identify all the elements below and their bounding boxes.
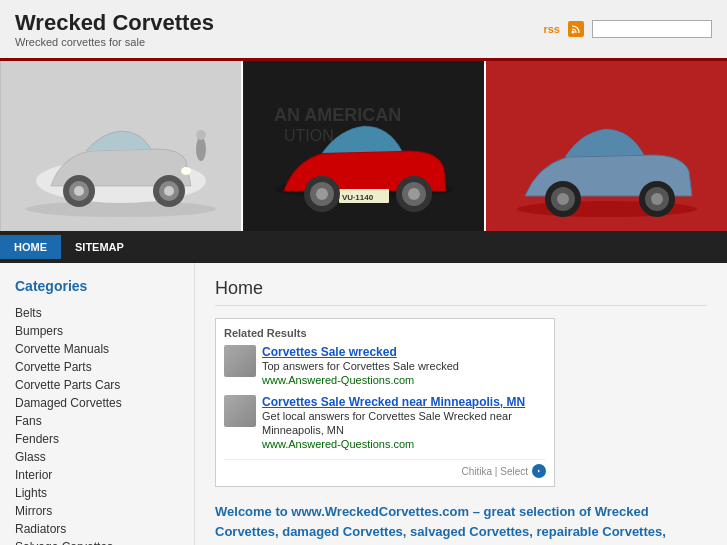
svg-point-32 [651,193,663,205]
ad-box-title: Related Results [224,327,546,339]
svg-text:VU·1140: VU·1140 [342,193,374,202]
ad-content: Corvettes Sale wrecked Top answers for C… [262,345,459,387]
category-item[interactable]: Salvage Corvettes [15,538,179,545]
ad-content: Corvettes Sale Wrecked near Minneapolis,… [262,395,546,451]
main-layout: Categories BeltsBumpersCorvette ManualsC… [0,263,727,545]
hero-image-1 [0,61,241,231]
category-item[interactable]: Radiators [15,520,179,538]
ad-footer: Chitika | Select [224,459,546,478]
chitika-icon [532,464,546,478]
rss-icon[interactable] [568,21,584,37]
ad-item: Corvettes Sale wrecked Top answers for C… [224,345,546,387]
categories-title: Categories [15,278,179,294]
site-header: Wrecked Corvettes Wrecked corvettes for … [0,0,727,61]
ad-box: Related Results Corvettes Sale wrecked T… [215,318,555,487]
category-item[interactable]: Damaged Corvettes [15,394,179,412]
svg-point-10 [181,167,191,175]
chitika-label[interactable]: Chitika | Select [461,466,528,477]
category-item[interactable]: Interior [15,466,179,484]
ad-link[interactable]: Corvettes Sale Wrecked near Minneapolis,… [262,395,546,409]
title-block: Wrecked Corvettes Wrecked corvettes for … [15,10,214,48]
svg-point-9 [164,186,174,196]
category-list: BeltsBumpersCorvette ManualsCorvette Par… [15,304,179,545]
search-input[interactable] [592,20,712,38]
ad-item: Corvettes Sale Wrecked near Minneapolis,… [224,395,546,451]
site-subtitle: Wrecked corvettes for sale [15,36,214,48]
ad-url: www.Answered-Questions.com [262,438,414,450]
category-item[interactable]: Fenders [15,430,179,448]
category-item[interactable]: Corvette Parts [15,358,179,376]
ad-thumbnail [224,395,256,427]
svg-point-0 [572,31,575,34]
nav-home[interactable]: HOME [0,235,61,259]
ad-link[interactable]: Corvettes Sale wrecked [262,345,459,359]
ad-thumbnail [224,345,256,377]
header-right: rss [543,20,712,38]
sidebar: Categories BeltsBumpersCorvette ManualsC… [0,263,195,545]
svg-point-24 [408,188,420,200]
category-item[interactable]: Mirrors [15,502,179,520]
category-item[interactable]: Corvette Parts Cars [15,376,179,394]
welcome-text: Welcome to www.WreckedCorvettes.com – gr… [215,502,675,545]
ad-description: Top answers for Corvettes Sale wrecked [262,360,459,372]
page-title: Home [215,278,707,306]
ad-description: Get local answers for Corvettes Sale Wre… [262,410,512,436]
category-item[interactable]: Belts [15,304,179,322]
category-item[interactable]: Corvette Manuals [15,340,179,358]
svg-text:AN AMERICAN: AN AMERICAN [274,105,401,125]
svg-point-2 [26,201,216,217]
svg-point-6 [74,186,84,196]
site-title: Wrecked Corvettes [15,10,214,36]
svg-point-29 [557,193,569,205]
ad-items: Corvettes Sale wrecked Top answers for C… [224,345,546,451]
category-item[interactable]: Lights [15,484,179,502]
hero-image-3 [486,61,727,231]
svg-point-11 [196,137,206,161]
category-item[interactable]: Fans [15,412,179,430]
svg-point-12 [196,130,206,140]
nav-sitemap[interactable]: SITEMAP [61,235,138,259]
content-area: Home Related Results Corvettes Sale wrec… [195,263,727,545]
svg-point-21 [316,188,328,200]
category-item[interactable]: Glass [15,448,179,466]
svg-text:UTION: UTION [284,127,334,144]
hero-banner: AN AMERICAN UTION VU·1140 [0,61,727,231]
category-item[interactable]: Bumpers [15,322,179,340]
hero-image-2: AN AMERICAN UTION VU·1140 [241,61,486,231]
navbar: HOME SITEMAP [0,231,727,263]
ad-url: www.Answered-Questions.com [262,374,414,386]
rss-label: rss [543,23,560,35]
